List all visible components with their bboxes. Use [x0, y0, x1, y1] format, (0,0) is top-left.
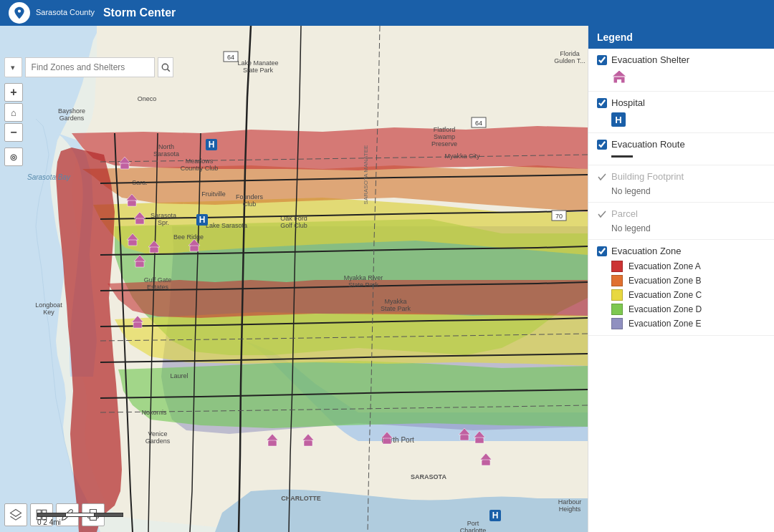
svg-point-91 [163, 64, 168, 69]
zone-c-label: Evacuation Zone C [629, 290, 702, 300]
county-name: Sarasota County [36, 8, 95, 17]
svg-text:Gulden T...: Gulden T... [554, 57, 585, 64]
hospital-icon: H [611, 112, 626, 127]
building-no-legend: No legend [597, 186, 765, 196]
svg-text:H: H [209, 140, 215, 150]
zone-e-row: Evacuation Zone E [597, 318, 765, 329]
shelter-checkbox[interactable] [597, 55, 607, 65]
svg-text:Estates: Estates [147, 284, 169, 291]
svg-marker-93 [11, 510, 22, 517]
svg-text:Sarasota: Sarasota [150, 212, 176, 219]
layer-btn[interactable] [4, 503, 27, 526]
svg-text:64: 64 [475, 120, 482, 127]
svg-text:Country Club: Country Club [181, 165, 219, 172]
svg-text:Myakka River: Myakka River [344, 274, 383, 281]
svg-text:Fruitville: Fruitville [201, 190, 226, 198]
svg-text:Longboat: Longboat [35, 301, 62, 309]
zone-a-swatch [611, 261, 623, 272]
svg-text:Spr.: Spr. [158, 219, 169, 226]
svg-text:Oneco: Oneco [138, 95, 157, 102]
header: Sarasota County Storm Center [0, 0, 774, 26]
zoom-in-button[interactable]: + [4, 83, 23, 102]
svg-text:64: 64 [227, 54, 234, 61]
parcel-no-legend: No legend [597, 223, 765, 233]
zone-a-row: Evacuation Zone A [597, 261, 765, 272]
home-button[interactable]: ⌂ [4, 103, 23, 122]
svg-text:Venice: Venice [148, 430, 167, 437]
zone-e-swatch [611, 318, 623, 329]
building-label: Building Footprint [611, 171, 684, 182]
svg-text:Flatford: Flatford [434, 126, 456, 133]
svg-text:Sara.: Sara. [132, 179, 148, 186]
svg-text:70: 70 [555, 213, 563, 220]
zone-d-label: Evacuation Zone D [629, 304, 702, 314]
svg-text:Key: Key [43, 309, 54, 316]
svg-text:Heights: Heights [559, 506, 581, 513]
dropdown-arrow: ▾ [11, 63, 15, 72]
route-checkbox[interactable] [597, 140, 607, 150]
app-title: Storm Center [103, 6, 176, 19]
legend-section-building: Building Footprint No legend [588, 165, 774, 203]
svg-text:Laurel: Laurel [170, 372, 188, 379]
search-input[interactable] [25, 57, 156, 77]
svg-text:Florida: Florida [560, 50, 580, 57]
svg-text:Preserve: Preserve [431, 140, 457, 147]
svg-text:Harbour: Harbour [558, 498, 582, 506]
search-bar: ▾ [4, 57, 173, 77]
search-dropdown-btn[interactable]: ▾ [4, 57, 22, 77]
svg-text:Charlotte: Charlotte [460, 527, 487, 532]
parcel-check-icon [597, 209, 607, 219]
scale-label: 0 2 4mi [37, 518, 61, 526]
map-controls: + ⌂ − ◎ [4, 83, 23, 166]
legend-header: Legend [588, 26, 774, 49]
zone-c-swatch [611, 289, 623, 301]
legend-panel: Legend Evacuation Shelter Hospital H [588, 26, 774, 532]
zones-checkbox[interactable] [597, 246, 607, 256]
svg-text:CHARLOTTE: CHARLOTTE [281, 495, 321, 502]
svg-marker-100 [612, 70, 626, 77]
route-label: Evacuation Route [611, 139, 685, 150]
zone-b-label: Evacuation Zone B [629, 276, 701, 286]
legend-section-shelter: Evacuation Shelter [588, 49, 774, 92]
svg-text:Myakka: Myakka [384, 298, 406, 305]
svg-text:Lake Sarasota: Lake Sarasota [206, 222, 247, 229]
svg-text:Lake Manatee: Lake Manatee [237, 59, 278, 67]
building-check-icon [597, 172, 607, 182]
zone-c-row: Evacuation Zone C [597, 289, 765, 301]
svg-text:Port: Port [467, 520, 479, 527]
svg-text:Club: Club [243, 200, 257, 208]
svg-text:Sarasota Bay: Sarasota Bay [27, 173, 71, 181]
svg-text:Meadows: Meadows [186, 158, 214, 165]
hospital-label: Hospital [611, 97, 645, 108]
zones-label: Evacuation Zone [611, 246, 682, 256]
legend-section-route: Evacuation Route [588, 133, 774, 165]
shelter-label: Evacuation Shelter [611, 54, 689, 65]
svg-line-92 [168, 69, 170, 72]
legend-section-zones: Evacuation Zone Evacuation Zone A Evacua… [588, 240, 774, 336]
zoom-out-button[interactable]: − [4, 123, 23, 142]
locate-button[interactable]: ◎ [4, 147, 23, 166]
route-line-icon [611, 155, 633, 158]
svg-text:H: H [492, 511, 499, 521]
logo-icon [9, 2, 30, 24]
svg-text:Sarasota: Sarasota [153, 150, 179, 158]
svg-text:H: H [199, 215, 206, 225]
zone-b-row: Evacuation Zone B [597, 275, 765, 286]
svg-text:Founders: Founders [236, 193, 264, 200]
svg-text:Myakka City: Myakka City [444, 153, 480, 160]
legend-section-parcel: Parcel No legend [588, 203, 774, 240]
legend-section-hospital: Hospital H [588, 92, 774, 133]
parcel-label: Parcel [611, 208, 638, 219]
svg-text:Gardens: Gardens [145, 437, 171, 445]
svg-text:State Park: State Park [381, 305, 411, 312]
hospital-checkbox[interactable] [597, 98, 607, 108]
zone-a-label: Evacuation Zone A [629, 261, 701, 271]
svg-text:State Park: State Park [243, 67, 274, 74]
zone-e-label: Evacuation Zone E [629, 319, 701, 329]
svg-text:Bayshore: Bayshore [58, 107, 85, 115]
svg-text:Golf Club: Golf Club [280, 222, 307, 229]
search-button[interactable] [158, 57, 173, 77]
svg-text:Nokomis: Nokomis [141, 409, 167, 416]
svg-text:Gardens: Gardens [59, 115, 85, 122]
shelter-icon [611, 69, 627, 85]
